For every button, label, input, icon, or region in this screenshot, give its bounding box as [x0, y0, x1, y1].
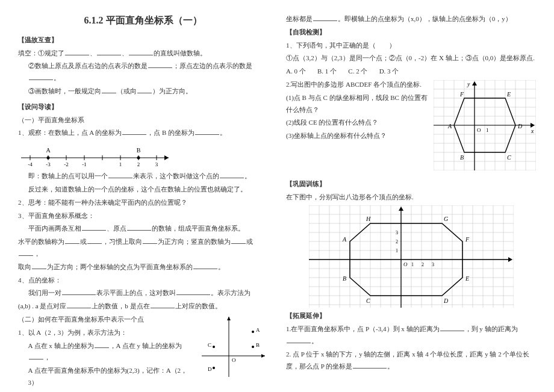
e2a: 2. 点 P 位于 x 轴的下方，y 轴的左侧，距离 x 轴 4 个单位长度，距… [286, 350, 529, 370]
blank[interactable] [137, 87, 152, 93]
hex-D: D [517, 123, 523, 129]
svg-marker-13 [261, 354, 265, 358]
section-review: 【温故互查】 [18, 34, 268, 46]
e1b: ，到 y 轴的距离为 [465, 325, 518, 332]
blank[interactable] [148, 61, 172, 68]
svg-marker-81 [508, 257, 512, 262]
blank[interactable] [195, 128, 219, 135]
coordinate-plot-small: O A B C D [196, 314, 268, 384]
svg-point-16 [252, 331, 254, 333]
q3b: 水平的数轴称为或，习惯上取向为正方向；竖直的数轴为或， [18, 236, 268, 260]
oct-G: G [444, 216, 448, 222]
hex-B: B [460, 154, 464, 161]
q3c3: 。 [218, 263, 225, 270]
line1b: 来表示，这个数叫做这个点的 [133, 172, 219, 179]
svg-marker-1 [164, 155, 169, 160]
oct-A: A [342, 236, 347, 243]
blank[interactable] [87, 237, 102, 244]
opt-d[interactable]: D. 3 个 [379, 67, 399, 75]
blank[interactable] [108, 172, 132, 178]
f3c: ）为正方向。 [152, 87, 192, 95]
blank[interactable] [220, 172, 244, 178]
blank[interactable] [97, 48, 121, 55]
q4a2: 表示平面上的点，这对数叫 [96, 289, 176, 296]
blank[interactable] [95, 341, 109, 347]
opt-c[interactable]: C. 2 个 [348, 67, 367, 75]
ox3: 3 [432, 262, 434, 267]
blank[interactable] [29, 353, 43, 359]
hex-F: F [459, 91, 464, 98]
hex-C: C [507, 154, 511, 161]
blank[interactable] [122, 128, 146, 135]
svg-point-19 [213, 367, 215, 369]
blank[interactable] [151, 302, 175, 308]
blank[interactable] [65, 237, 79, 244]
opt-b[interactable]: B. 1 个 [317, 67, 337, 75]
q3b6: ， [34, 250, 40, 257]
blank[interactable] [129, 48, 153, 55]
blank[interactable] [67, 302, 91, 308]
q4a3: 。表示方法为 [211, 289, 251, 296]
e1: 1.在平面直角坐标系中，点 P（-3,4）到 x 轴的距离为，到 y 轴的距离为… [286, 323, 536, 347]
t1: 1、下列语句，其中正确的是（ ） [286, 40, 536, 52]
blank[interactable] [143, 237, 157, 244]
oct-H: H [366, 216, 371, 222]
blank[interactable] [65, 48, 89, 55]
svg-point-18 [213, 346, 215, 348]
blank[interactable] [440, 325, 464, 331]
r1a1: A 点在 x 轴上的坐标为 [28, 342, 94, 349]
f1c: 、 [122, 49, 128, 57]
q3b3: ，习惯上取向 [102, 238, 142, 245]
q4b2: 上的数值，b 是点在 [92, 302, 149, 310]
oy1: 1 [396, 248, 398, 254]
svg-point-17 [252, 346, 254, 348]
blank[interactable] [353, 361, 387, 368]
svg-marker-45 [472, 81, 477, 86]
q3b1: 水平的数轴称为 [18, 238, 64, 245]
e2: 2. 点 P 位于 x 轴的下方，y 轴的左侧，距离 x 轴 4 个单位长度，距… [286, 349, 536, 373]
q2: 2、思考：能不能有一种办法来确定平面内的点的位置呢？ [18, 197, 268, 209]
section-selftest: 【自我检测】 [286, 26, 536, 39]
fill-prefix: 填空： [18, 49, 38, 57]
hex-O: O [477, 127, 481, 133]
f2b: ；原点左边的点表示的数是 [173, 62, 252, 69]
q3a: 平面内画两条互相、原点的数轴，组成平面直角坐标系。 [18, 223, 268, 235]
q3c2: 为正方向；两个坐标轴的交点为平面直角坐标系的 [47, 263, 193, 270]
blank[interactable] [287, 337, 311, 343]
tick-3: 3 [155, 161, 158, 167]
page-title: 6.1.2 平面直角坐标系（一） [18, 12, 268, 30]
section-extend: 【拓展延伸】 [286, 310, 536, 322]
blank[interactable] [102, 87, 116, 93]
blank[interactable] [82, 224, 106, 231]
opt-a[interactable]: A. 0 个 [286, 67, 306, 75]
point-B-label: B [137, 147, 141, 154]
hex-A: A [447, 123, 452, 129]
f1b: 、 [90, 49, 96, 57]
f2c: 。 [54, 74, 60, 81]
f3: ③画数轴时，一般规定向 [28, 87, 101, 95]
blank[interactable] [127, 224, 151, 231]
blank[interactable] [62, 288, 96, 295]
q3a2: 、原点 [107, 225, 126, 232]
blank[interactable] [176, 288, 210, 295]
fill-line-1: 填空：①规定了、、的直线叫做数轴。 [18, 48, 268, 60]
blank[interactable] [19, 249, 33, 256]
e2b: 。 [387, 362, 394, 370]
q3b2: 或 [80, 238, 87, 245]
blank[interactable] [29, 73, 53, 80]
q4: 4、点的坐标： [18, 275, 268, 287]
oct-O: O [403, 261, 408, 267]
svg-marker-43 [531, 123, 535, 128]
blank[interactable] [32, 262, 46, 269]
oy2: 2 [396, 239, 398, 244]
r1a2: ，A 点在 y 轴上的坐标为 [110, 342, 182, 349]
q3c1: 取向 [18, 263, 31, 270]
blank[interactable] [231, 237, 246, 244]
tick-neg1: -1 [82, 161, 87, 167]
blank[interactable] [313, 14, 337, 21]
q1b: ，点 B 的坐标为 [147, 129, 195, 136]
section-guide: 【设问导读】 [18, 101, 268, 113]
e1c: 。 [311, 337, 318, 344]
blank[interactable] [193, 262, 217, 269]
y-label: y [467, 81, 470, 87]
